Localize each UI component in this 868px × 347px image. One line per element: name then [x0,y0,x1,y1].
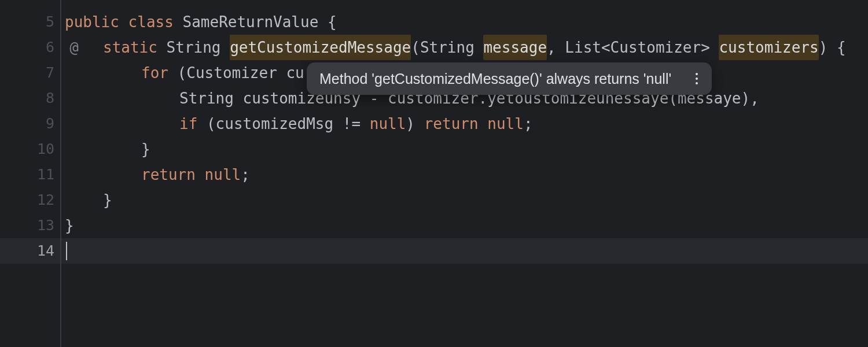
line-number: 7 [46,60,54,86]
gutter: 56@7891011121314 [0,0,61,347]
gutter-row: 10 [0,136,60,162]
line-number: 13 [37,213,54,238]
line-number: 8 [46,86,54,111]
token [157,35,167,60]
code-line[interactable] [61,238,868,264]
token: message [483,35,547,60]
gutter-row: 9 [0,111,60,136]
token: return [141,162,196,187]
line-number: 5 [46,9,54,35]
token: for [141,60,168,86]
code-line[interactable]: } [65,136,868,162]
token: SameReturnValue [183,9,319,35]
token: ; [241,162,250,187]
line-number: 11 [37,162,54,187]
more-actions-icon[interactable] [694,68,699,89]
token: public [65,9,119,35]
token: null [370,111,406,136]
code-editor[interactable]: 56@7891011121314 public class SameReturn… [0,0,868,347]
token: customizers [719,35,818,60]
token: } [141,136,150,162]
token: null [205,162,241,187]
gutter-row: 8 [0,86,60,111]
gutter-row: 5 [0,9,60,35]
token: return [424,111,479,136]
token: (Customizer cu [168,60,304,86]
token: String [167,35,230,60]
gutter-row: 14 [0,238,60,264]
caret [66,242,67,260]
token: , List<Customizer> [547,35,719,60]
token: (customizedMsg != [197,111,369,136]
token [479,111,488,136]
code-area[interactable]: public class SameReturnValue {static Str… [61,0,868,347]
code-line[interactable]: return null; [65,162,868,187]
code-line[interactable]: } [65,213,868,238]
code-line[interactable]: static String getCustomizedMessage(Strin… [65,35,868,60]
token: } [65,213,74,238]
token [174,9,183,35]
line-number: 6 [46,35,54,60]
token [196,162,205,187]
code-line[interactable]: public class SameReturnValue { [65,9,868,35]
inspection-tooltip[interactable]: Method 'getCustomizedMessage()' always r… [307,62,712,95]
token: ) { [819,35,846,60]
gutter-row: 12 [0,187,60,213]
line-number: 10 [37,136,54,162]
code-line[interactable]: if (customizedMsg != null) return null; [65,111,868,136]
line-number: 9 [46,111,54,136]
token: static [103,35,157,60]
code-line[interactable]: } [65,187,868,213]
token: getCustomizedMessage [230,35,411,60]
token: { [318,9,336,35]
token: (String [411,35,483,60]
token: null [487,111,524,136]
line-number: 12 [37,187,54,213]
token: ) [406,111,424,136]
token: class [128,9,174,35]
gutter-row: 11 [0,162,60,187]
gutter-row: 7 [0,60,60,86]
token: ; [524,111,533,136]
token: } [103,187,112,213]
gutter-row: 13 [0,213,60,238]
token: if [179,111,197,136]
token [119,9,128,35]
tooltip-text: Method 'getCustomizedMessage()' always r… [319,70,671,87]
gutter-row: 6@ [0,35,60,60]
line-number: 14 [37,238,54,264]
